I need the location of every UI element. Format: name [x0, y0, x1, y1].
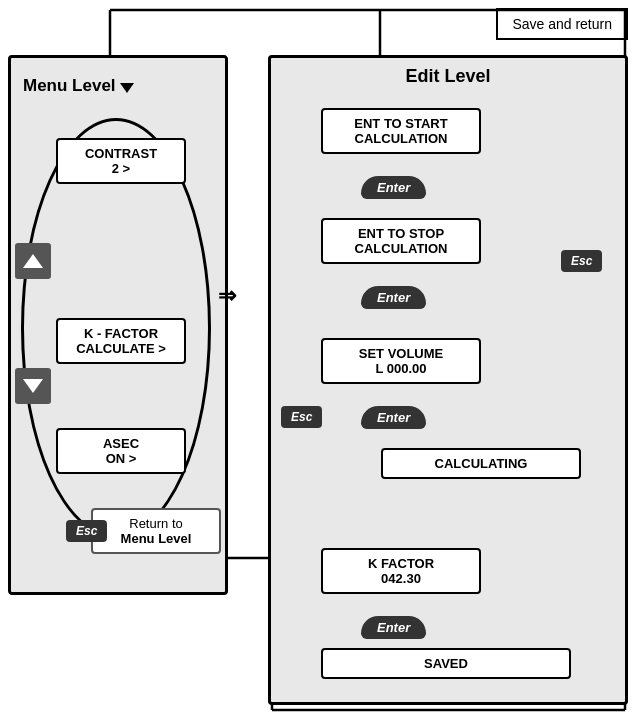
- start-calc-line1: ENT TO START: [331, 116, 471, 131]
- enter-3-label: Enter: [377, 410, 410, 425]
- enter-button-1[interactable]: Enter: [361, 176, 426, 199]
- enter-2-label: Enter: [377, 290, 410, 305]
- kfactor-line2: CALCULATE >: [66, 341, 176, 356]
- nav-up-button[interactable]: [15, 243, 51, 279]
- saved-line1: SAVED: [331, 656, 561, 671]
- esc-1-label: Esc: [571, 254, 592, 268]
- kfactor-to-edit-arrow: ⇒: [218, 283, 236, 309]
- stop-calc-line2: CALCULATION: [331, 241, 471, 256]
- edit-level-panel: Edit Level ENT TO START CALCULATION Ente…: [268, 55, 628, 705]
- menu-item-asec[interactable]: ASEC ON >: [56, 428, 186, 474]
- kfactor-result-box: K FACTOR 042.30: [321, 548, 481, 594]
- enter-button-2[interactable]: Enter: [361, 286, 426, 309]
- calculating-box: CALCULATING: [381, 448, 581, 479]
- menu-level-label: Menu Level: [23, 76, 116, 96]
- return-menu-box: Return to Menu Level: [91, 508, 221, 554]
- edit-level-title: Edit Level: [271, 58, 625, 91]
- kfactor-line1: K - FACTOR: [66, 326, 176, 341]
- set-volume-line1: SET VOLUME: [331, 346, 471, 361]
- save-return-button[interactable]: Save and return: [496, 8, 628, 40]
- arrow-up-icon: [23, 254, 43, 268]
- contrast-line2: 2 >: [66, 161, 176, 176]
- return-menu-line1: Return to: [97, 516, 215, 531]
- kfactor-result-line2: 042.30: [331, 571, 471, 586]
- asec-line2: ON >: [66, 451, 176, 466]
- edit-level-label: Edit Level: [405, 66, 490, 86]
- set-volume-box[interactable]: SET VOLUME L 000.00: [321, 338, 481, 384]
- arrow-down-icon: [23, 379, 43, 393]
- menu-level-panel: Menu Level CONTRAST 2 > K - FACTOR CALCU…: [8, 55, 228, 595]
- enter-button-3[interactable]: Enter: [361, 406, 426, 429]
- contrast-line1: CONTRAST: [66, 146, 176, 161]
- stop-calc-line1: ENT TO STOP: [331, 226, 471, 241]
- menu-item-kfactor[interactable]: K - FACTOR CALCULATE >: [56, 318, 186, 364]
- menu-esc-label: Esc: [76, 524, 97, 538]
- esc-button-stop-calc[interactable]: Esc: [561, 250, 602, 272]
- esc-2-label: Esc: [291, 410, 312, 424]
- kfactor-result-line1: K FACTOR: [331, 556, 471, 571]
- calculating-line1: CALCULATING: [391, 456, 571, 471]
- menu-esc-button[interactable]: Esc: [66, 520, 107, 542]
- enter-1-label: Enter: [377, 180, 410, 195]
- menu-level-arrow-icon: [120, 83, 134, 93]
- esc-button-set-volume[interactable]: Esc: [281, 406, 322, 428]
- asec-line1: ASEC: [66, 436, 176, 451]
- return-menu-line2: Menu Level: [97, 531, 215, 546]
- menu-level-title: Menu Level: [23, 76, 134, 96]
- enter-4-label: Enter: [377, 620, 410, 635]
- stop-calc-box: ENT TO STOP CALCULATION: [321, 218, 481, 264]
- start-calc-box: ENT TO START CALCULATION: [321, 108, 481, 154]
- enter-button-4[interactable]: Enter: [361, 616, 426, 639]
- menu-item-contrast[interactable]: CONTRAST 2 >: [56, 138, 186, 184]
- nav-down-button[interactable]: [15, 368, 51, 404]
- saved-box: SAVED: [321, 648, 571, 679]
- set-volume-line2: L 000.00: [331, 361, 471, 376]
- start-calc-line2: CALCULATION: [331, 131, 471, 146]
